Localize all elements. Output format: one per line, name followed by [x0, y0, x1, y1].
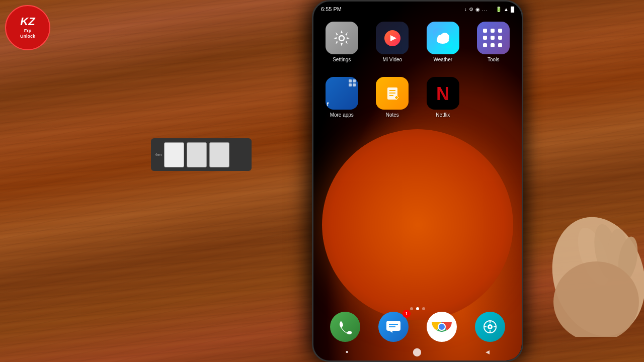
logo-text: FrpUnlock [20, 28, 35, 39]
settings-status-icon: ⚙ [469, 7, 473, 12]
app-grid-row2: f More apps [318, 77, 517, 118]
nav-bar: ▪ ⬤ ◂ [313, 343, 522, 360]
status-time: 6:55 PM [321, 6, 342, 12]
notes-label: Notes [386, 112, 399, 118]
svg-marker-14 [389, 331, 392, 333]
messages-icon-wrapper: 1 [378, 312, 409, 342]
download-icon: ↓ [464, 7, 467, 12]
svg-text:N: N [436, 83, 449, 104]
dock-chrome[interactable] [426, 310, 458, 343]
app-notes[interactable]: Notes [369, 77, 416, 118]
sim-slot-1 [164, 142, 184, 167]
phone-screen: 6:55 PM ↓ ⚙ ◉ ... 🔋 ▲ █ [313, 2, 522, 360]
security-icon [475, 312, 505, 342]
mi-video-icon [376, 22, 409, 54]
tools-icon [477, 22, 510, 54]
empty-slot [477, 77, 510, 110]
nav-recents-button[interactable]: ◂ [486, 347, 490, 356]
battery-icon: 🔋 [496, 7, 502, 12]
phone-icon-wrapper [330, 312, 360, 342]
svg-point-23 [489, 326, 491, 328]
phone-icon [330, 312, 360, 342]
phone-device: 6:55 PM ↓ ⚙ ◉ ... 🔋 ▲ █ [312, 0, 523, 362]
logo-initials: KZ [20, 16, 35, 27]
weather-icon [427, 22, 459, 54]
signal-bars-icon: █ [511, 7, 514, 12]
settings-icon [326, 22, 358, 54]
weather-label: Weather [433, 57, 452, 62]
app-settings[interactable]: Settings [318, 22, 365, 62]
app-more-apps[interactable]: f More apps [318, 77, 365, 118]
app-netflix[interactable]: N Netflix [420, 77, 466, 118]
app-empty [470, 77, 517, 118]
netflix-label: Netflix [436, 112, 450, 118]
tools-label: Tools [488, 57, 499, 62]
status-bar: 6:55 PM ↓ ⚙ ◉ ... 🔋 ▲ █ [313, 2, 522, 17]
nav-back-button[interactable]: ▪ [346, 347, 349, 356]
svg-rect-13 [386, 321, 400, 331]
app-mi-video[interactable]: Mi Video [369, 22, 416, 62]
dock: 1 [321, 310, 514, 343]
sim-slot-2 [187, 142, 207, 167]
chrome-icon-wrapper [427, 312, 457, 342]
more-apps-label: More apps [330, 112, 354, 118]
settings-label: Settings [333, 57, 351, 62]
overflow-icon: ... [482, 7, 488, 12]
svg-point-6 [440, 33, 449, 42]
status-icons: ↓ ⚙ ◉ ... 🔋 ▲ █ [464, 7, 514, 12]
dock-security[interactable] [474, 310, 507, 343]
more-apps-icon: f [326, 77, 358, 110]
sim-slot-3 [209, 142, 229, 167]
dock-messages[interactable]: 1 [377, 310, 410, 343]
chrome-icon [427, 312, 457, 342]
logo-badge: KZ FrpUnlock [5, 5, 50, 50]
security-icon-wrapper [475, 312, 505, 342]
svg-point-0 [339, 36, 344, 41]
nav-home-button[interactable]: ⬤ [413, 347, 422, 356]
sim-tray: 4en [151, 138, 252, 171]
wifi-icon: ▲ [504, 7, 509, 12]
notes-icon [376, 77, 409, 110]
app-weather[interactable]: Weather [420, 22, 466, 62]
messages-badge: 1 [403, 310, 411, 318]
mi-video-label: Mi Video [382, 57, 402, 62]
app-tools[interactable]: Tools [470, 22, 517, 62]
sim-tray-label: 4en [155, 152, 162, 157]
netflix-icon: N [427, 77, 459, 110]
svg-point-20 [439, 324, 445, 330]
dock-phone[interactable] [329, 310, 362, 343]
app-grid-row1: Settings Mi Vid [318, 22, 517, 62]
location-icon: ◉ [475, 7, 480, 12]
